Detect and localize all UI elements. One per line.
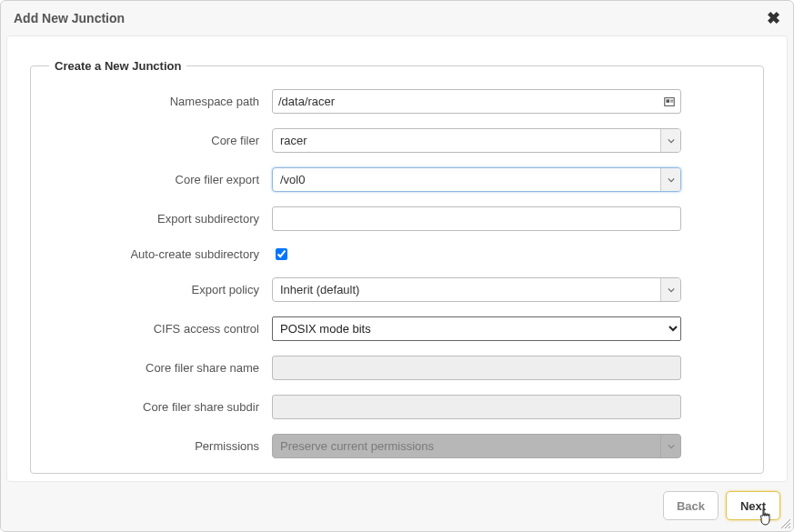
share-name-input (272, 356, 681, 380)
row-export-subdir: Export subdirectory (49, 206, 745, 231)
namespace-path-input[interactable] (272, 89, 681, 114)
cifs-access-select[interactable]: POSIX mode bits (272, 316, 681, 341)
chevron-down-icon (660, 435, 680, 457)
core-filer-value: racer (280, 134, 660, 147)
row-export-policy: Export policy Inherit (default) (49, 277, 745, 302)
dialog-footer: Back Next (1, 482, 793, 531)
label-permissions: Permissions (49, 439, 272, 453)
permissions-value: Preserve current permissions (280, 439, 660, 453)
auto-create-checkbox[interactable] (276, 248, 287, 260)
dialog-title: Add New Junction (14, 11, 125, 25)
row-share-subdir: Core filer share subdir (49, 395, 745, 419)
chevron-down-icon (660, 278, 680, 301)
share-subdir-input (272, 395, 681, 419)
chevron-down-icon (660, 168, 680, 191)
label-share-subdir: Core filer share subdir (49, 400, 272, 414)
close-icon[interactable]: ✖ (767, 10, 780, 26)
next-button[interactable]: Next (726, 491, 780, 520)
row-namespace-path: Namespace path (49, 89, 745, 114)
label-core-filer-export: Core filer export (49, 173, 272, 186)
permissions-select: Preserve current permissions (272, 434, 681, 458)
dialog-header: Add New Junction ✖ (1, 1, 793, 35)
label-core-filer: Core filer (49, 134, 272, 147)
label-cifs-access: CIFS access control (49, 322, 272, 336)
export-subdirectory-input[interactable] (272, 206, 681, 231)
label-export-policy: Export policy (49, 283, 272, 296)
label-namespace-path: Namespace path (49, 95, 272, 108)
core-filer-export-select[interactable]: /vol0 (272, 167, 681, 192)
dialog-body: Create a New Junction Namespace path Cor… (6, 35, 788, 482)
back-button[interactable]: Back (663, 491, 719, 520)
row-cifs-access: CIFS access control POSIX mode bits (49, 316, 745, 341)
core-filer-select[interactable]: racer (272, 128, 681, 153)
row-share-name: Core filer share name (49, 356, 745, 380)
fieldset-create-junction: Create a New Junction Namespace path Cor… (30, 59, 764, 474)
dialog-add-new-junction: Add New Junction ✖ Create a New Junction… (0, 0, 794, 532)
export-policy-value: Inherit (default) (280, 283, 660, 296)
label-auto-create: Auto-create subdirectory (49, 247, 272, 261)
row-auto-create: Auto-create subdirectory (49, 246, 745, 263)
svg-rect-1 (667, 99, 670, 103)
label-share-name: Core filer share name (49, 361, 272, 375)
chevron-down-icon (660, 129, 680, 152)
label-export-subdir: Export subdirectory (49, 212, 272, 226)
row-core-filer-export: Core filer export /vol0 (49, 167, 745, 192)
fieldset-legend: Create a New Junction (49, 59, 186, 73)
core-filer-export-value: /vol0 (280, 173, 660, 186)
export-policy-select[interactable]: Inherit (default) (272, 277, 681, 302)
row-permissions: Permissions Preserve current permissions (49, 434, 745, 458)
row-core-filer: Core filer racer (49, 128, 745, 153)
contact-card-icon[interactable] (663, 95, 676, 108)
